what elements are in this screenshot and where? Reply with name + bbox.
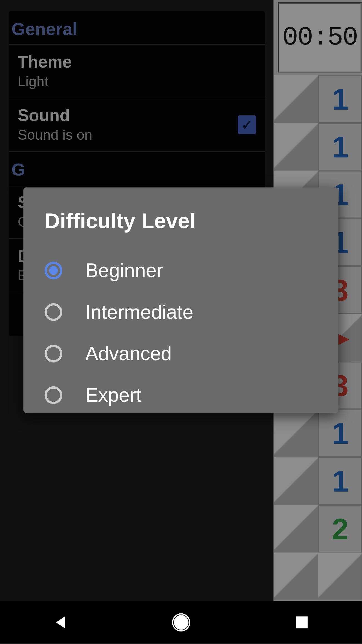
- radio-label: Expert: [85, 384, 142, 406]
- radio-icon: [44, 386, 62, 404]
- radio-label: Beginner: [85, 260, 163, 282]
- dialog-title: Difficulty Level: [44, 209, 317, 233]
- svg-point-0: [174, 615, 188, 629]
- difficulty-option-intermediate[interactable]: Intermediate: [44, 291, 317, 333]
- radio-label: Intermediate: [85, 301, 194, 323]
- difficulty-dialog: Difficulty Level BeginnerIntermediateAdv…: [23, 187, 338, 413]
- radio-icon: [44, 345, 62, 362]
- difficulty-option-beginner[interactable]: Beginner: [44, 250, 317, 291]
- radio-icon: [44, 303, 62, 321]
- svg-rect-2: [296, 616, 307, 628]
- nav-recent-button[interactable]: [291, 611, 312, 633]
- nav-back-button[interactable]: [50, 611, 71, 633]
- nav-home-button[interactable]: [170, 611, 192, 633]
- radio-label: Advanced: [85, 342, 172, 364]
- difficulty-option-expert[interactable]: Expert: [44, 374, 317, 416]
- radio-icon: [44, 262, 62, 280]
- android-navbar: [0, 601, 362, 643]
- difficulty-option-advanced[interactable]: Advanced: [44, 333, 317, 374]
